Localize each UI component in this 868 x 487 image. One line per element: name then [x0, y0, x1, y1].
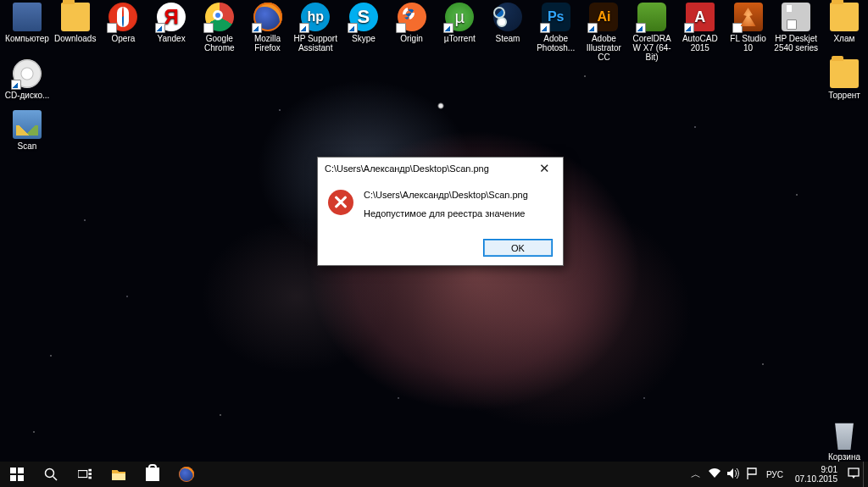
start-button[interactable] — [0, 462, 34, 487]
ff-icon — [253, 3, 282, 31]
desktop-icon--torrent[interactable]: µµTorrent — [437, 3, 482, 43]
tray-network-icon[interactable] — [705, 468, 724, 481]
tray-clock[interactable]: 9:01 07.10.2015 — [788, 465, 844, 484]
taskbar: ︿ РУС 9:01 07.10.2015 — [0, 462, 868, 487]
desktop-icon-label: Mozilla Firefox — [245, 34, 291, 53]
ut-icon: µ — [445, 3, 474, 31]
folder-icon — [61, 3, 90, 31]
desktop-icon-cd-диско-[interactable]: CD-диско... — [4, 59, 50, 100]
print-icon — [782, 3, 810, 31]
ps-icon: Ps — [542, 3, 570, 31]
dialog-message-line2: Недопустимое для реестра значение — [364, 207, 553, 220]
ai-icon: Ai — [589, 3, 618, 31]
desktop-icon-label: Торрент — [821, 91, 867, 100]
taskbar-store[interactable] — [136, 462, 170, 487]
dialog-close-button[interactable]: ✕ — [527, 158, 561, 179]
desktop-icon-label: Yandex — [148, 34, 194, 43]
hp-icon: hp — [301, 3, 330, 31]
desktop-icon-корзина[interactable]: Корзина — [821, 421, 867, 462]
bin-icon — [830, 421, 859, 450]
desktop-icon-label: Opera — [100, 34, 146, 43]
desktop-icon-google-chrome[interactable]: Google Chrome — [197, 3, 242, 53]
tray-flag-icon[interactable] — [743, 468, 761, 482]
cd-icon — [13, 59, 42, 88]
desktop-icon-downloads[interactable]: Downloads — [53, 3, 98, 43]
desktop-icon-label: Adobe Photosh... — [533, 34, 579, 53]
desktop-icon-adobe-photosh-[interactable]: PsAdobe Photosh... — [533, 3, 579, 53]
svg-rect-0 — [10, 468, 16, 473]
svg-rect-2 — [10, 475, 16, 481]
desktop-icon-компьютер[interactable]: Компьютер — [4, 3, 50, 43]
img-icon — [13, 110, 42, 139]
desktop-icon-opera[interactable]: Opera — [100, 3, 146, 43]
skype-icon: S — [349, 3, 378, 31]
desktop-icon-label: FL Studio 10 — [726, 34, 771, 53]
desktop-icon-adobe-illustrator-cc[interactable]: AiAdobe Illustrator CC — [581, 3, 626, 62]
svg-rect-9 — [88, 477, 92, 479]
desktop-icon-label: AutoCAD 2015 — [677, 34, 723, 53]
desktop-icon-label: Google Chrome — [197, 34, 242, 53]
tray-show-hidden-icon[interactable]: ︿ — [687, 468, 705, 482]
desktop-icon-skype[interactable]: SSkype — [341, 3, 387, 43]
desktop-icon-hp-support-assistant[interactable]: hpHP Support Assistant — [292, 3, 338, 53]
svg-rect-1 — [18, 468, 24, 473]
desktop-icon-label: Skype — [341, 34, 387, 43]
task-view-button[interactable] — [68, 462, 102, 487]
opera-icon — [108, 3, 137, 31]
taskbar-firefox[interactable] — [170, 462, 203, 487]
dialog-titlebar[interactable]: C:\Users\Александр\Desktop\Scan.png ✕ — [318, 158, 563, 180]
desktop-icon-label: CD-диско... — [4, 91, 50, 100]
desktop-icon-label: Корзина — [821, 452, 867, 462]
acad-icon: A — [686, 3, 715, 31]
tray-notifications-icon[interactable] — [844, 468, 863, 482]
desktop-icon-yandex[interactable]: ЯYandex — [148, 3, 194, 43]
desktop[interactable]: КомпьютерDownloadsOperaЯYandexGoogle Chr… — [0, 0, 868, 487]
desktop-icon-label: CorelDRAW X7 (64-Bit) — [629, 34, 675, 62]
folder-icon — [830, 3, 859, 31]
dialog-ok-button[interactable]: OK — [483, 239, 553, 257]
desktop-icon-label: Steam — [485, 34, 531, 43]
tray-language[interactable]: РУС — [761, 470, 788, 479]
dialog-title-text: C:\Users\Александр\Desktop\Scan.png — [325, 163, 527, 174]
desktop-icon-coreldraw-x7-64-bit-[interactable]: CorelDRAW X7 (64-Bit) — [629, 3, 675, 62]
tray-date: 07.10.2015 — [795, 474, 837, 484]
svg-rect-7 — [88, 469, 92, 472]
desktop-icon-label: Adobe Illustrator CC — [581, 34, 626, 62]
desktop-icon-fl-studio-10[interactable]: FL Studio 10 — [726, 3, 771, 53]
desktop-icon-label: Origin — [389, 34, 435, 43]
svg-line-5 — [53, 477, 58, 481]
show-desktop-button[interactable] — [863, 462, 868, 487]
system-tray: ︿ РУС 9:01 07.10.2015 — [687, 462, 868, 487]
desktop-icon-scan[interactable]: Scan — [4, 110, 50, 151]
tray-volume-icon[interactable] — [724, 468, 743, 481]
error-icon — [328, 190, 353, 215]
chrome-icon — [205, 3, 234, 31]
desktop-icon-торрент[interactable]: Торрент — [821, 59, 867, 100]
svg-rect-3 — [18, 475, 24, 481]
desktop-icon-mozilla-firefox[interactable]: Mozilla Firefox — [245, 3, 291, 53]
dialog-message-line1: C:\Users\Александр\Desktop\Scan.png — [364, 188, 553, 202]
desktop-icon-label: Scan — [4, 141, 50, 151]
folder-icon — [830, 59, 859, 88]
error-dialog: C:\Users\Александр\Desktop\Scan.png ✕ C:… — [317, 157, 564, 266]
desktop-icon-label: HP Support Assistant — [292, 34, 338, 53]
svg-rect-8 — [88, 473, 92, 475]
desktop-icon-autocad-2015[interactable]: AAutoCAD 2015 — [677, 3, 723, 53]
svg-rect-10 — [849, 468, 859, 476]
desktop-icon-хлам[interactable]: Хлам — [821, 3, 867, 43]
fl-icon — [734, 3, 763, 31]
desktop-icon-label: Downloads — [53, 34, 98, 43]
desktop-icon-label: Хлам — [821, 34, 867, 43]
svg-rect-6 — [78, 471, 87, 478]
search-button[interactable] — [34, 462, 68, 487]
desktop-icon-steam[interactable]: Steam — [485, 3, 531, 43]
origin-icon — [398, 3, 426, 31]
desktop-icon-label: HP Deskjet 2540 series — [773, 34, 819, 53]
desktop-icon-label: Компьютер — [4, 34, 50, 43]
desktop-icon-hp-deskjet-2540-series[interactable]: HP Deskjet 2540 series — [773, 3, 819, 53]
steam-icon — [493, 3, 522, 31]
taskbar-file-explorer[interactable] — [102, 462, 136, 487]
cdr-icon — [637, 3, 666, 31]
yandex-icon: Я — [157, 3, 186, 31]
desktop-icon-origin[interactable]: Origin — [389, 3, 435, 43]
